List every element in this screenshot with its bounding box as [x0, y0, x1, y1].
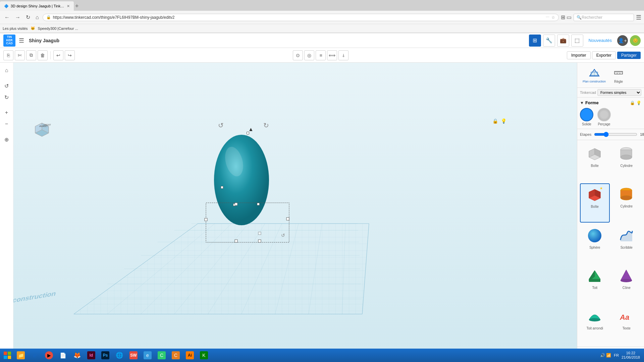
shape-toit[interactable]: Toit [580, 265, 610, 303]
taskbar-unk2[interactable]: C [155, 350, 168, 361]
nouveautes-button[interactable]: Nouveautés [589, 38, 612, 43]
forme-section: ▼ Forme 🔒 💡 Solide Perçage [577, 98, 644, 129]
sidebar-icon[interactable]: ▭ [567, 14, 572, 20]
delete-button[interactable]: 🗑 [38, 50, 48, 60]
handle-mid-left[interactable] [221, 186, 223, 189]
taskbar-kaspersky[interactable]: K [197, 350, 211, 361]
texte-icon: Aa [617, 307, 636, 325]
etapes-label: Etapes [580, 132, 591, 136]
shape-toit-arrondi[interactable]: Toit arrondi [580, 305, 610, 344]
shape-cone[interactable]: Cône [612, 265, 642, 303]
hole-option[interactable]: Perçage [597, 108, 611, 126]
user-avatar[interactable]: 😊 [630, 35, 641, 46]
taskbar-firefox[interactable]: 🦊 [70, 350, 84, 361]
shape-boite-gray[interactable]: Boîte [580, 143, 610, 181]
taskbar-ie[interactable]: ℯ [28, 350, 42, 361]
taskbar-lang: FR [612, 353, 620, 357]
add-user-button[interactable]: 👤+ [617, 35, 628, 46]
new-tab-button[interactable]: + [75, 3, 79, 10]
home-view-button[interactable]: ⌂ [2, 65, 12, 75]
bookmarks-bar: Les plus visités 🐱 Speedy300 |Carrefour … [0, 24, 644, 33]
taskbar-sw[interactable]: SW [127, 350, 140, 361]
plan-construction-text: Plan construction [13, 290, 57, 307]
browser-tabs: 🔷 3D design Shiny Jaagub | Tinke... ✕ + [0, 0, 644, 11]
view-cube[interactable]: AVANT DROIT [32, 120, 52, 141]
taskbar-unk1[interactable]: e [141, 350, 154, 361]
bookmark-speedy[interactable]: Speedy300 |Carrefour ... [38, 26, 78, 31]
bag-button[interactable]: 💼 [557, 35, 569, 47]
zoom-out-button[interactable]: − [2, 119, 12, 129]
active-tab[interactable]: 🔷 3D design Shiny Jaagub | Tinke... ✕ [0, 1, 74, 11]
taskbar-photoshop[interactable]: Ps [99, 350, 112, 361]
menu-icon[interactable]: ☰ [636, 14, 641, 21]
security-lock-icon: 🔒 [46, 15, 51, 19]
zoom-in-button[interactable]: + [2, 108, 12, 118]
light-icon[interactable]: 💡 [501, 118, 506, 124]
back-button[interactable]: ← [3, 14, 11, 21]
forme-bulb-icon[interactable]: 💡 [636, 101, 641, 105]
shape-cylindre-orange[interactable]: Cylindre [612, 183, 642, 223]
taskbar-acrobat[interactable]: 📄 [56, 350, 70, 361]
forme-lock-icon[interactable]: 🔒 [630, 101, 635, 105]
regle-button[interactable]: Règle [610, 65, 627, 85]
group-button[interactable]: ⊙ [293, 50, 303, 60]
align-button[interactable]: ≡ [316, 50, 326, 60]
copy-button[interactable]: ⎘ [3, 50, 13, 60]
rotate-left-button[interactable]: ↺ [2, 81, 12, 91]
taskbar-explorer[interactable]: 📁 [14, 350, 28, 361]
home-button[interactable]: ⌂ [34, 14, 41, 21]
etapes-slider[interactable] [594, 132, 637, 137]
taskbar-unk3[interactable]: C [169, 350, 182, 361]
windows-taskbar: 📁 ℯ ▶ 📄 🦊 Id Ps 🌐 SW e C C Ai K 🔊 📶 FR [0, 349, 644, 362]
refresh-button[interactable]: ↻ [24, 13, 32, 21]
shape-texte[interactable]: Aa Texte [612, 305, 642, 344]
shape-boite-red[interactable]: ★ Boîte [580, 183, 610, 223]
handle-bottom-left[interactable] [233, 203, 236, 206]
importer-button[interactable]: Importer [567, 51, 591, 59]
bookmark-visited[interactable]: Les plus visités [3, 26, 28, 31]
ungroup-button[interactable]: ◎ [304, 50, 314, 60]
forward-button[interactable]: → [13, 14, 22, 21]
taskbar-media[interactable]: ▶ [42, 350, 56, 361]
frame-button[interactable]: ⬚ [571, 35, 583, 47]
cut-button[interactable]: ✄ [15, 50, 25, 60]
category-dropdown[interactable]: Formes simples [597, 89, 641, 96]
partager-button[interactable]: Partager [617, 52, 641, 59]
viewport[interactable]: AVANT DROIT [13, 63, 577, 362]
plan-construction-button[interactable]: Plan construction [580, 65, 608, 85]
redo-button[interactable]: ↪ [65, 50, 75, 60]
svg-rect-68 [4, 356, 7, 359]
undo-button[interactable]: ↩ [53, 50, 63, 60]
orbit-button[interactable]: ⊕ [2, 134, 12, 144]
taskbar-chrome[interactable]: 🌐 [113, 350, 126, 361]
address-bar[interactable]: 🔒 https://www.tinkercad.com/things/e7FL6… [43, 14, 559, 21]
hole-circle[interactable] [597, 108, 611, 121]
shape-sphere[interactable]: Sphère [580, 225, 610, 263]
taskbar-illustrator[interactable]: Ai [183, 350, 197, 361]
lock-icon[interactable]: 🔒 [492, 118, 498, 124]
hamburger-menu-icon[interactable]: ☰ [19, 37, 24, 44]
handle-bottom-center[interactable] [257, 203, 260, 205]
3d-ellipsoid[interactable] [208, 128, 275, 239]
search-placeholder: Rechercher [582, 15, 602, 20]
handle-top-center[interactable] [247, 132, 249, 134]
duplicate-button[interactable]: ⧉ [26, 50, 36, 60]
search-bar[interactable]: 🔍 Rechercher [574, 14, 634, 21]
solid-option[interactable]: Solide [580, 108, 593, 126]
taskbar-indesign[interactable]: Id [85, 350, 98, 361]
start-button[interactable] [1, 350, 13, 361]
shape-cylindre-gray[interactable]: Cylindre [612, 143, 642, 181]
forme-expand-icon[interactable]: ▼ [580, 101, 584, 105]
rotate-right-button[interactable]: ↻ [2, 92, 12, 102]
extensions-icon[interactable]: ⊞ [561, 14, 565, 20]
flip-button[interactable]: ⟺ [327, 50, 337, 60]
tools-button[interactable]: 🔧 [543, 35, 555, 47]
bookmark-star-icon[interactable]: ☆ [551, 15, 555, 20]
svg-text:★: ★ [600, 186, 603, 190]
exporter-button[interactable]: Exporter [592, 51, 616, 59]
solid-circle[interactable] [580, 108, 593, 121]
grid-view-button[interactable]: ⊞ [529, 35, 541, 47]
tab-close-button[interactable]: ✕ [67, 4, 70, 8]
shape-scribble[interactable]: Scribble [612, 225, 642, 263]
mirror-button[interactable]: ⫰ [338, 50, 348, 60]
